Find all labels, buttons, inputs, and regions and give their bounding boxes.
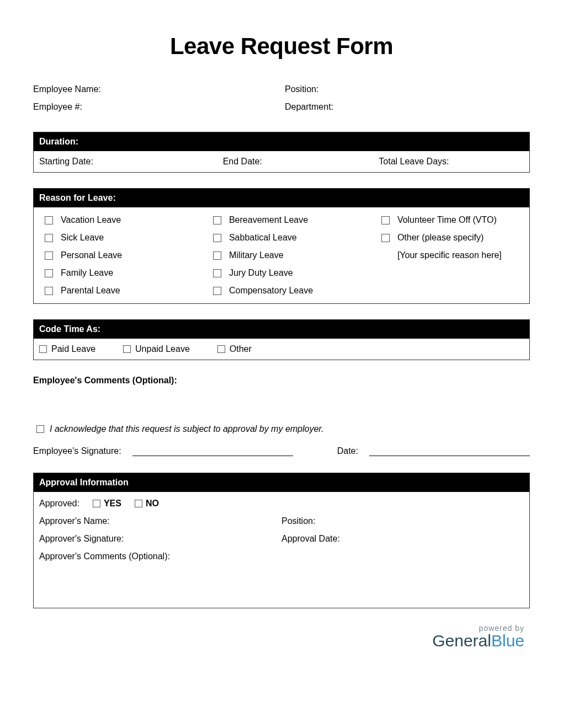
signature-date-label: Date: bbox=[304, 446, 358, 456]
approver-name-label: Approver's Name: bbox=[39, 516, 282, 526]
checkbox-icon[interactable] bbox=[213, 216, 221, 224]
checkbox-icon[interactable] bbox=[213, 251, 221, 260]
acknowledge-text: I acknowledge that this request is subje… bbox=[50, 424, 324, 434]
approver-signature-label: Approver's Signature: bbox=[39, 534, 282, 544]
employee-comments-label: Employee's Comments (Optional): bbox=[33, 376, 530, 386]
code-time-header: Code Time As: bbox=[34, 320, 529, 339]
employee-name-label: Employee Name: bbox=[33, 84, 282, 94]
checkbox-icon[interactable] bbox=[381, 234, 390, 242]
code-time-section: Code Time As: Paid Leave Unpaid Leave Ot… bbox=[33, 319, 530, 360]
duration-header: Duration: bbox=[34, 132, 529, 151]
approver-comments-label: Approver's Comments (Optional): bbox=[39, 552, 524, 561]
checkbox-icon[interactable] bbox=[45, 234, 53, 242]
employee-info: Employee Name: Position: Employee #: Dep… bbox=[33, 84, 530, 112]
signature-row: Employee's Signature: Date: bbox=[33, 444, 530, 456]
approved-row: Approved: YES NO bbox=[39, 499, 524, 508]
checkbox-icon[interactable] bbox=[123, 345, 131, 353]
checkbox-icon[interactable] bbox=[36, 425, 44, 433]
other-reason-placeholder[interactable]: [Your specific reason here] bbox=[397, 250, 502, 260]
checkbox-icon[interactable] bbox=[45, 269, 53, 277]
approved-no: NO bbox=[146, 499, 159, 508]
checkbox-icon[interactable] bbox=[381, 216, 390, 224]
reason-label: Sick Leave bbox=[61, 233, 104, 243]
reason-label: Military Leave bbox=[229, 250, 284, 260]
reason-label: Compensatory Leave bbox=[229, 286, 313, 296]
signature-date-line[interactable] bbox=[369, 444, 530, 456]
checkbox-icon[interactable] bbox=[213, 269, 221, 277]
reason-label: Family Leave bbox=[61, 268, 113, 278]
reason-label: Vacation Leave bbox=[61, 215, 121, 225]
reason-col-2: Bereavement Leave Sabbatical Leave Milit… bbox=[208, 215, 370, 296]
total-days-label: Total Leave Days: bbox=[362, 157, 524, 167]
checkbox-icon[interactable] bbox=[135, 500, 142, 507]
reason-label: Parental Leave bbox=[61, 286, 120, 296]
code-option: Paid Leave bbox=[51, 344, 95, 354]
employee-signature-line[interactable] bbox=[132, 444, 293, 456]
approver-position-label: Position: bbox=[282, 516, 524, 526]
checkbox-icon[interactable] bbox=[45, 216, 53, 224]
approval-header: Approval Information bbox=[34, 473, 529, 492]
employee-signature-label: Employee's Signature: bbox=[33, 446, 121, 456]
reason-col-1: Vacation Leave Sick Leave Personal Leave… bbox=[39, 215, 202, 296]
page-title: Leave Request Form bbox=[33, 33, 530, 60]
duration-section: Duration: Starting Date: End Date: Total… bbox=[33, 132, 530, 173]
reason-label: Sabbatical Leave bbox=[229, 233, 297, 243]
end-date-label: End Date: bbox=[201, 157, 363, 167]
checkbox-icon[interactable] bbox=[217, 345, 225, 353]
reason-header: Reason for Leave: bbox=[34, 189, 529, 207]
department-label: Department: bbox=[282, 102, 530, 112]
generalblue-logo: GeneralBlue bbox=[33, 633, 524, 649]
approval-section: Approval Information Approved: YES NO Ap… bbox=[33, 473, 530, 608]
checkbox-icon[interactable] bbox=[45, 251, 53, 260]
checkbox-icon[interactable] bbox=[45, 287, 53, 295]
reason-col-3: Volunteer Time Off (VTO) Other (please s… bbox=[376, 215, 524, 296]
code-option: Other bbox=[230, 344, 252, 354]
reason-section: Reason for Leave: Vacation Leave Sick Le… bbox=[33, 188, 530, 304]
code-option: Unpaid Leave bbox=[135, 344, 190, 354]
acknowledge-row: I acknowledge that this request is subje… bbox=[36, 424, 530, 434]
reason-label: Bereavement Leave bbox=[229, 215, 308, 225]
employee-number-label: Employee #: bbox=[33, 102, 282, 112]
checkbox-icon[interactable] bbox=[213, 234, 221, 242]
approval-date-label: Approval Date: bbox=[282, 534, 524, 544]
position-label: Position: bbox=[282, 84, 530, 94]
approved-yes: YES bbox=[104, 499, 121, 508]
reason-label: Personal Leave bbox=[61, 250, 122, 260]
checkbox-icon[interactable] bbox=[93, 500, 100, 507]
checkbox-icon[interactable] bbox=[39, 345, 47, 353]
approved-label: Approved: bbox=[39, 499, 79, 508]
checkbox-icon[interactable] bbox=[213, 287, 221, 295]
reason-label: Other (please specify) bbox=[397, 233, 484, 243]
reason-label: Jury Duty Leave bbox=[229, 268, 293, 278]
reason-label: Volunteer Time Off (VTO) bbox=[397, 215, 497, 225]
footer: powered by GeneralBlue bbox=[33, 624, 530, 649]
starting-date-label: Starting Date: bbox=[39, 157, 201, 167]
